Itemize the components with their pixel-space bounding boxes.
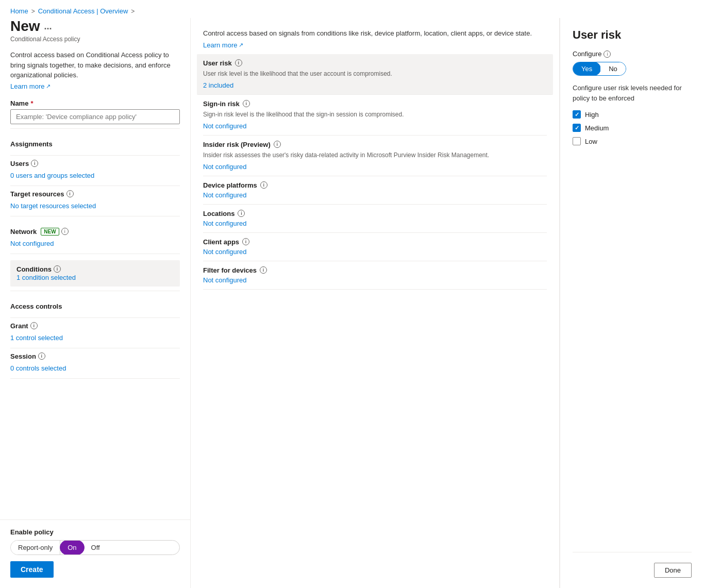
condition-title: Device platformsi (203, 181, 547, 189)
users-value[interactable]: 0 users and groups selected (10, 170, 180, 181)
access-controls-section: Access controls (10, 303, 180, 310)
grant-value[interactable]: 1 control selected (10, 332, 180, 344)
condition-row[interactable]: Sign-in riskiSign-in risk level is the l… (203, 95, 547, 136)
checkbox-row[interactable]: Medium (573, 124, 692, 132)
report-only-toggle-btn[interactable]: Report-only (11, 541, 60, 555)
left-description: Control access based on Conditional Acce… (10, 50, 180, 80)
condition-title: Insider risk (Preview)i (203, 141, 547, 148)
condition-title: User riski (203, 59, 547, 67)
session-value[interactable]: 0 controls selected (10, 362, 180, 374)
checkbox-box[interactable] (573, 124, 581, 132)
middle-panel: Control access based on signals from con… (191, 18, 560, 588)
done-button[interactable]: Done (654, 563, 692, 578)
page-title: New ... (10, 18, 180, 35)
breadcrumb-sep2: > (131, 8, 135, 15)
condition-title: Client appsi (203, 238, 547, 246)
breadcrumb-sep1: > (31, 8, 35, 15)
checkbox-row[interactable]: High (573, 110, 692, 119)
condition-info-icon[interactable]: i (243, 100, 250, 107)
condition-value: Not configured (203, 220, 547, 227)
breadcrumb-overview[interactable]: Conditional Access | Overview (38, 7, 128, 15)
configure-info-icon[interactable]: i (604, 51, 611, 58)
condition-row[interactable]: Insider risk (Preview)iInsider risk asse… (203, 136, 547, 176)
users-label: Users i (10, 160, 180, 167)
checkbox-label: Low (585, 138, 597, 145)
name-input[interactable] (10, 109, 180, 124)
done-btn-area: Done (573, 552, 692, 578)
condition-info-icon[interactable]: i (242, 238, 249, 245)
left-panel: New ... Conditional Access policy Contro… (0, 18, 191, 588)
checkboxes-list: HighMediumLow (573, 110, 692, 150)
enable-policy-toggle-group: Report-only On Off (10, 540, 180, 555)
assignments-section: Assignments (10, 140, 180, 148)
right-panel-title: User risk (573, 28, 692, 42)
network-row: Network NEW i (10, 228, 180, 236)
configure-desc: Configure user risk levels needed for po… (573, 83, 692, 103)
yes-toggle-btn[interactable]: Yes (573, 62, 601, 76)
enable-policy-label: Enable policy (10, 528, 180, 536)
condition-info-icon[interactable]: i (235, 59, 242, 66)
on-toggle-btn[interactable]: On (60, 540, 84, 555)
users-info-icon[interactable]: i (31, 160, 38, 167)
session-label: Session i (10, 352, 180, 360)
network-info-icon[interactable]: i (61, 228, 69, 235)
off-toggle-btn[interactable]: Off (84, 541, 107, 555)
condition-info-icon[interactable]: i (260, 181, 267, 189)
breadcrumb-home[interactable]: Home (10, 7, 28, 15)
page-subtitle: Conditional Access policy (10, 36, 180, 43)
target-resources-value[interactable]: No target resources selected (10, 200, 180, 212)
condition-row[interactable]: Filter for devicesiNot configured (203, 261, 547, 290)
condition-value: Not configured (203, 122, 547, 130)
network-label: Network (10, 228, 37, 236)
condition-row[interactable]: User riskiUser risk level is the likelih… (197, 54, 553, 95)
bottom-bar: Enable policy Report-only On Off Create (0, 519, 190, 578)
conditions-box[interactable]: Conditions i 1 condition selected (10, 260, 180, 287)
condition-desc: Sign-in risk level is the likelihood tha… (203, 110, 547, 119)
condition-value: 2 included (203, 81, 547, 89)
left-learn-more-link[interactable]: Learn more (10, 82, 180, 90)
target-resources-info-icon[interactable]: i (66, 190, 74, 197)
condition-row[interactable]: LocationsiNot configured (203, 205, 547, 233)
condition-title: Sign-in riski (203, 100, 547, 108)
configure-label: Configure i (573, 50, 692, 58)
yes-no-toggle: Yes No (573, 62, 626, 76)
name-label: Name * (10, 99, 180, 107)
condition-value: Not configured (203, 276, 547, 284)
middle-learn-more-link[interactable]: Learn more (203, 41, 243, 49)
condition-value: Not configured (203, 163, 547, 171)
condition-desc: Insider risk assesses the user's risky d… (203, 150, 547, 160)
grant-label: Grant i (10, 322, 180, 330)
grant-info-icon[interactable]: i (30, 322, 38, 329)
right-panel: User risk Configure i Yes No Configure u… (560, 18, 704, 588)
condition-row[interactable]: Device platformsiNot configured (203, 176, 547, 205)
condition-title: Filter for devicesi (203, 266, 547, 274)
condition-desc: User risk level is the likelihood that t… (203, 69, 547, 78)
condition-info-icon[interactable]: i (260, 266, 267, 274)
condition-value: Not configured (203, 191, 547, 199)
network-value[interactable]: Not configured (10, 238, 180, 249)
target-resources-label: Target resources i (10, 190, 180, 198)
checkbox-box[interactable] (573, 137, 581, 145)
breadcrumb: Home > Conditional Access | Overview > (0, 0, 704, 18)
network-new-badge: NEW (41, 228, 59, 236)
conditions-info-icon[interactable]: i (54, 265, 61, 273)
middle-description: Control access based on signals from con… (203, 28, 547, 39)
condition-title: Locationsi (203, 210, 547, 217)
condition-info-icon[interactable]: i (238, 210, 245, 217)
required-indicator: * (30, 99, 33, 107)
condition-info-icon[interactable]: i (274, 141, 281, 148)
checkbox-box[interactable] (573, 110, 581, 119)
no-toggle-btn[interactable]: No (600, 62, 626, 75)
condition-value: Not configured (203, 248, 547, 256)
checkbox-label: High (585, 111, 599, 119)
conditions-label: Conditions i (16, 265, 174, 273)
session-info-icon[interactable]: i (38, 352, 45, 360)
checkbox-row[interactable]: Low (573, 137, 692, 145)
condition-row[interactable]: Client appsiNot configured (203, 233, 547, 261)
more-options-button[interactable]: ... (44, 21, 52, 32)
checkbox-label: Medium (585, 124, 609, 132)
conditions-list: User riskiUser risk level is the likelih… (203, 54, 547, 290)
create-button[interactable]: Create (10, 561, 54, 578)
conditions-value[interactable]: 1 condition selected (16, 274, 76, 281)
